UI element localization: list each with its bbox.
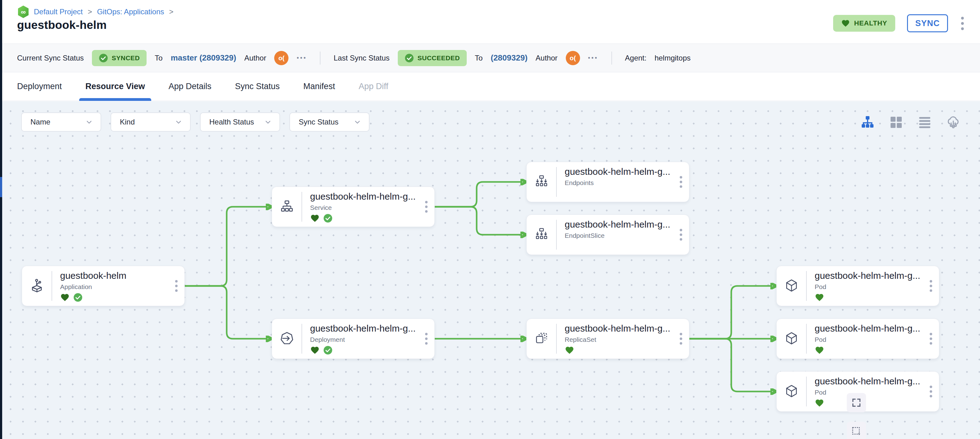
author-label: Author <box>244 54 266 62</box>
to-label: To <box>475 54 482 62</box>
resource-name: guestbook-helm-helm-g... <box>310 323 418 334</box>
svg-text:∞: ∞ <box>21 8 26 16</box>
tab-label: App Details <box>169 82 212 91</box>
page-header: ∞ Default Project > GitOps: Applications… <box>0 0 980 43</box>
more-authors-icon[interactable]: ••• <box>588 54 598 62</box>
header-actions: HEALTHY SYNC <box>833 14 965 32</box>
tab-resource-view[interactable]: Resource View <box>85 72 145 101</box>
node-kebab-menu-icon[interactable] <box>673 215 689 254</box>
list-view-icon <box>917 115 932 130</box>
codefresh-logo-icon: ∞ <box>17 6 30 18</box>
synced-badge: SYNCED <box>92 50 147 66</box>
resource-kind-icon <box>272 187 302 227</box>
selection-mode-button[interactable] <box>847 422 866 439</box>
edge-service-endpoints <box>435 182 521 207</box>
sync-button[interactable]: SYNC <box>907 14 948 32</box>
node-kebab-menu-icon[interactable] <box>923 266 939 306</box>
breadcrumb-project-link[interactable]: Default Project <box>34 8 83 16</box>
tab-sync-status[interactable]: Sync Status <box>235 72 280 101</box>
resource-name: guestbook-helm-helm-g... <box>815 270 923 281</box>
resource-status-icons <box>565 188 673 199</box>
breadcrumb-section-link[interactable]: GitOps: Applications <box>97 8 164 16</box>
filter-dropdown-sync-status[interactable]: Sync Status <box>290 112 369 132</box>
node-kebab-menu-icon[interactable] <box>673 319 689 359</box>
tab-manifest[interactable]: Manifest <box>303 72 335 101</box>
resource-kind-label: ReplicaSet <box>565 336 673 344</box>
tree-view-icon <box>860 115 875 130</box>
node-kebab-menu-icon[interactable] <box>673 162 689 202</box>
resource-kind-label: Pod <box>815 283 923 291</box>
filter-dropdown-health-status[interactable]: Health Status <box>200 112 280 132</box>
resource-node-pod-pod2[interactable]: guestbook-helm-helm-g... Pod <box>776 318 939 359</box>
more-authors-icon[interactable]: ••• <box>296 54 307 62</box>
succeeded-badge-label: SUCCEEDED <box>418 54 460 62</box>
sidebar-active-indicator <box>0 177 2 197</box>
resource-node-service-service[interactable]: guestbook-helm-helm-g... Service <box>272 186 435 227</box>
grid-view-icon <box>889 115 904 130</box>
synced-check-icon <box>73 293 83 302</box>
health-heart-icon <box>815 345 824 355</box>
app-root: ∞ Default Project > GitOps: Applications… <box>0 0 980 439</box>
current-sync-group: Current Sync Status SYNCED To master (28… <box>17 50 307 66</box>
collapsed-sidebar[interactable] <box>0 0 2 439</box>
synced-check-icon <box>323 345 332 355</box>
chevron-down-icon <box>175 118 183 126</box>
filter-dropdown-name[interactable]: Name <box>21 112 101 132</box>
cloud-view-button[interactable] <box>946 115 961 130</box>
health-heart-icon <box>60 293 70 302</box>
filter-bar: Name Kind Health Status Sync Status <box>21 112 369 132</box>
resource-status-icons <box>815 345 923 355</box>
synced-badge-label: SYNCED <box>112 54 140 62</box>
agent-group: Agent: helmgitops <box>625 54 690 62</box>
filter-label: Health Status <box>209 118 254 126</box>
node-body: guestbook-helm-helm-g... Endpoints <box>557 162 673 202</box>
chevron-down-icon <box>85 118 93 126</box>
resource-node-endpointslice-endpointslice[interactable]: guestbook-helm-helm-g... EndpointSlice <box>526 215 689 255</box>
resource-node-endpoints-endpoints[interactable]: guestbook-helm-helm-g... Endpoints <box>526 162 689 202</box>
tab-deployment[interactable]: Deployment <box>17 72 62 101</box>
resource-node-replicaset-replicaset[interactable]: guestbook-helm-helm-g... ReplicaSet <box>526 318 689 359</box>
node-kebab-menu-icon[interactable] <box>418 319 434 359</box>
resource-status-icons <box>310 345 418 355</box>
current-revision-link[interactable]: master (2809329) <box>171 53 236 63</box>
chevron-down-icon <box>353 118 361 126</box>
resource-node-application-app[interactable]: guestbook-helm Application <box>22 266 185 306</box>
header-kebab-menu-icon[interactable] <box>960 16 965 31</box>
chevron-down-icon <box>264 118 272 126</box>
resource-kind-icon <box>22 266 51 306</box>
node-kebab-menu-icon[interactable] <box>923 319 939 359</box>
tree-view-button[interactable] <box>860 115 875 130</box>
resource-tree-canvas[interactable]: guestbook-helm Application guestbook-hel… <box>0 101 980 439</box>
node-body: guestbook-helm-helm-g... Pod <box>807 266 923 306</box>
resource-name: guestbook-helm-helm-g... <box>565 219 673 230</box>
divider <box>320 51 320 65</box>
last-revision-link[interactable]: (2809329) <box>491 53 528 63</box>
tab-label: Deployment <box>17 82 62 91</box>
resource-name: guestbook-helm-helm-g... <box>815 323 923 334</box>
canvas-controls <box>847 393 866 439</box>
edge-service-endpointslice <box>435 207 521 235</box>
tab-label: Sync Status <box>235 82 280 91</box>
resource-kind-icon <box>527 215 556 254</box>
tab-app-details[interactable]: App Details <box>169 72 212 101</box>
resource-name: guestbook-helm-helm-g... <box>565 166 673 177</box>
succeeded-badge: SUCCEEDED <box>398 50 467 66</box>
node-kebab-menu-icon[interactable] <box>168 266 185 306</box>
resource-kind-icon <box>527 162 556 202</box>
node-kebab-menu-icon[interactable] <box>418 187 434 227</box>
author-avatar[interactable]: o( <box>566 51 580 65</box>
node-body: guestbook-helm-helm-g... ReplicaSet <box>557 319 673 359</box>
list-view-button[interactable] <box>917 115 932 130</box>
node-kebab-menu-icon[interactable] <box>923 372 939 411</box>
health-heart-icon <box>815 398 824 408</box>
resource-kind-icon <box>776 319 806 359</box>
sync-status-bar: Current Sync Status SYNCED To master (28… <box>0 43 980 72</box>
resource-node-pod-pod1[interactable]: guestbook-helm-helm-g... Pod <box>776 266 939 306</box>
resource-status-icons <box>565 345 673 355</box>
filter-dropdown-kind[interactable]: Kind <box>111 112 191 132</box>
grid-view-button[interactable] <box>889 115 904 130</box>
fit-view-button[interactable] <box>847 393 866 412</box>
filter-label: Name <box>30 118 50 126</box>
author-avatar[interactable]: o( <box>274 51 288 65</box>
resource-node-deployment-deployment[interactable]: guestbook-helm-helm-g... Deployment <box>272 318 435 359</box>
